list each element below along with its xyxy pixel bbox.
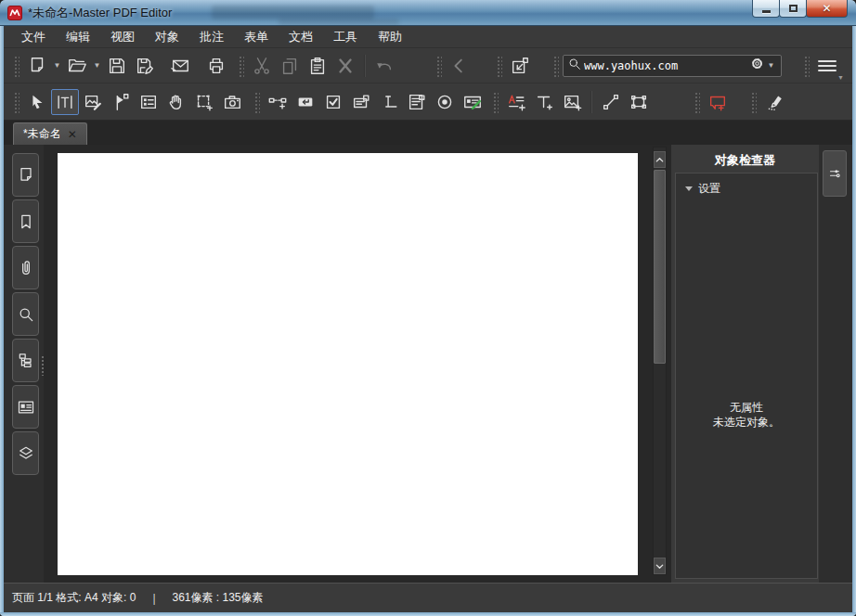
search-options-gear-icon[interactable] <box>749 56 765 75</box>
button-field-tool-button[interactable] <box>292 89 319 115</box>
toolbar-grip[interactable] <box>694 91 700 113</box>
radio-field-tool-button[interactable] <box>431 89 459 115</box>
link-tool-button[interactable] <box>264 89 292 115</box>
sidebar-attachments-button[interactable] <box>12 246 39 289</box>
fit-page-button[interactable] <box>506 53 534 79</box>
settings-label: 设置 <box>698 181 720 197</box>
toolbar-grip[interactable] <box>13 55 19 77</box>
right-tab-strip <box>819 145 852 583</box>
cut-button[interactable] <box>248 53 276 79</box>
menu-help[interactable]: 帮助 <box>368 26 412 48</box>
snapshot-tool-button[interactable] <box>218 89 246 115</box>
toolbar-grip[interactable] <box>435 55 442 77</box>
document-canvas[interactable] <box>44 145 653 583</box>
pointer-tool-button[interactable] <box>23 89 51 115</box>
close-button[interactable]: ✕ <box>806 0 848 18</box>
menu-forms[interactable]: 表单 <box>234 26 279 48</box>
sidebar-signatures-button[interactable] <box>12 385 39 429</box>
search-options-dropdown[interactable]: ▼ <box>765 53 777 79</box>
add-text-tool-button[interactable] <box>530 89 558 115</box>
copy-button[interactable] <box>276 53 304 79</box>
edit-text-tool-button[interactable] <box>51 89 79 115</box>
status-pixel-info: 361像素 : 135像素 <box>173 590 264 606</box>
empty-line-1: 无属性 <box>676 400 817 415</box>
menu-overflow-arrow: ▼ <box>837 74 844 81</box>
toolbar-grip[interactable] <box>238 55 244 77</box>
inspector-title: 对象检查器 <box>671 152 819 169</box>
delete-button[interactable] <box>331 53 359 79</box>
new-document-button[interactable] <box>23 53 51 79</box>
text-annotation-tool-button[interactable] <box>502 89 530 115</box>
menu-document[interactable]: 文档 <box>279 26 323 48</box>
main-menu-button[interactable]: ▼ <box>813 53 841 79</box>
print-button[interactable] <box>202 53 230 79</box>
edit-path-tool-button[interactable] <box>107 89 135 115</box>
document-tab[interactable]: *未命名 ✕ <box>13 122 87 145</box>
comment-tool-button[interactable] <box>704 89 732 115</box>
vertical-scrollbar[interactable] <box>653 147 667 575</box>
open-document-button[interactable] <box>63 53 91 79</box>
undo-button[interactable] <box>370 53 398 79</box>
settings-section-header[interactable]: 设置 <box>676 173 817 197</box>
tab-close-icon[interactable]: ✕ <box>68 128 77 141</box>
main-area: 对象检查器 设置 无属性 未选定对象。 <box>4 145 852 583</box>
sidebar-bookmarks-button[interactable] <box>12 199 39 243</box>
form-editor-button[interactable] <box>135 89 162 115</box>
paste-button[interactable] <box>304 53 331 79</box>
close-icon: ✕ <box>822 0 831 18</box>
back-button[interactable] <box>446 53 473 79</box>
combobox-field-tool-button[interactable] <box>347 89 375 115</box>
window-title: *未命名-Master PDF Editor <box>28 0 172 26</box>
menu-tools[interactable]: 工具 <box>323 26 368 48</box>
toolbar-grip[interactable] <box>492 91 499 113</box>
tab-label: *未命名 <box>23 126 61 142</box>
toolbar-grip[interactable] <box>803 55 810 77</box>
object-inspector-tab[interactable] <box>823 150 847 197</box>
select-area-tool-button[interactable] <box>190 89 218 115</box>
scroll-down-button[interactable] <box>654 558 666 574</box>
app-window: *未命名-Master PDF Editor ✕ 文件 编辑 视图 对象 批注 … <box>0 0 856 616</box>
menu-edit[interactable]: 编辑 <box>56 26 100 48</box>
sidebar-search-button[interactable] <box>12 292 39 336</box>
menu-annotation[interactable]: 批注 <box>189 26 234 48</box>
sidebar-layers-button[interactable] <box>12 431 39 475</box>
minimize-button[interactable] <box>752 0 780 18</box>
toolbar-grip[interactable] <box>253 91 260 113</box>
scrollbar-thumb[interactable] <box>654 170 666 364</box>
email-button[interactable] <box>166 53 194 79</box>
menu-file[interactable]: 文件 <box>11 26 56 48</box>
left-sidebar <box>4 145 44 583</box>
listbox-field-tool-button[interactable] <box>403 89 431 115</box>
toolbar-grip[interactable] <box>13 91 19 113</box>
edit-image-tool-button[interactable] <box>79 89 107 115</box>
signature-field-tool-button[interactable] <box>459 89 486 115</box>
open-document-dropdown[interactable]: ▼ <box>91 53 103 79</box>
status-separator: | <box>152 592 155 605</box>
highlighter-tool-button[interactable] <box>760 89 788 115</box>
titlebar[interactable]: *未命名-Master PDF Editor ✕ <box>0 0 856 26</box>
checkbox-field-tool-button[interactable] <box>319 89 347 115</box>
line-tool-button[interactable] <box>597 89 625 115</box>
toolbar-grip[interactable] <box>552 55 559 77</box>
sidebar-structure-button[interactable] <box>12 339 39 382</box>
toolbar-separator <box>590 91 592 113</box>
menu-view[interactable]: 视图 <box>100 26 145 48</box>
new-document-dropdown[interactable]: ▼ <box>51 53 63 79</box>
menu-object[interactable]: 对象 <box>145 26 189 48</box>
collapse-triangle-icon <box>685 186 693 191</box>
toolbar-grip[interactable] <box>496 55 502 77</box>
sidebar-pages-button[interactable] <box>12 153 39 197</box>
pdf-page[interactable] <box>58 153 638 575</box>
scroll-up-button[interactable] <box>654 151 666 168</box>
save-as-button[interactable] <box>131 53 159 79</box>
toolbar-grip[interactable] <box>750 91 757 113</box>
statusbar: 页面 1/1 格式: A4 对象: 0 | 361像素 : 135像素 <box>4 583 852 612</box>
add-image-tool-button[interactable] <box>558 89 586 115</box>
search-input[interactable] <box>582 58 749 73</box>
text-field-tool-button[interactable] <box>375 89 403 115</box>
hand-tool-button[interactable] <box>162 89 190 115</box>
maximize-button[interactable] <box>779 0 807 18</box>
search-box[interactable]: ▼ <box>563 55 782 77</box>
rectangle-tool-button[interactable] <box>625 89 653 115</box>
save-button[interactable] <box>103 53 131 79</box>
